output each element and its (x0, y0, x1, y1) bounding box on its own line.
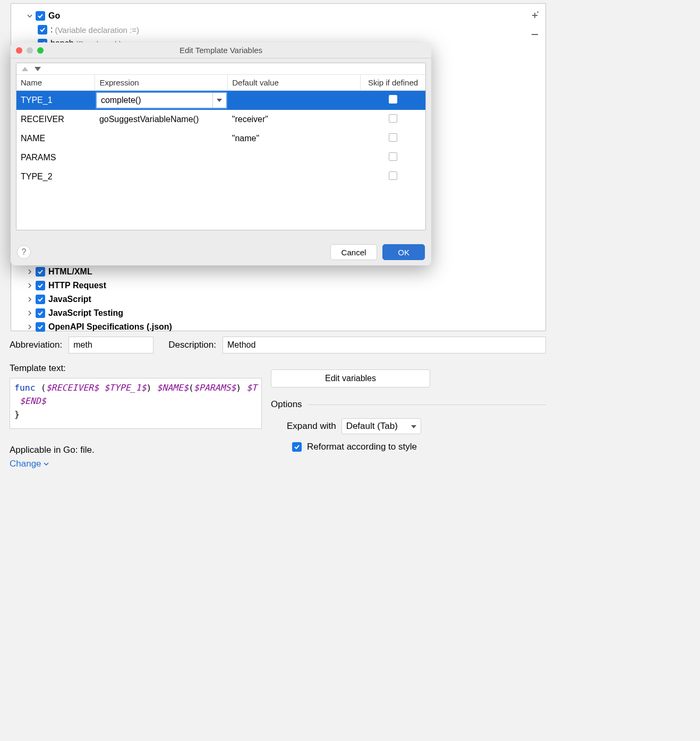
move-up-button[interactable] (22, 67, 28, 71)
options-label: Options (271, 399, 302, 410)
cell-name[interactable]: TYPE_1 (16, 91, 95, 110)
column-header-default[interactable]: Default value (228, 75, 361, 91)
cell-name[interactable]: TYPE_2 (16, 167, 95, 186)
checkbox-checked-icon[interactable] (36, 11, 45, 21)
move-down-button[interactable] (35, 67, 41, 71)
minimize-icon (27, 47, 33, 54)
cell-expression[interactable] (95, 167, 228, 186)
tree-item-vardecl[interactable]: : (Variable declaration :=) (38, 23, 524, 37)
skip-checkbox[interactable] (389, 133, 397, 142)
cell-name[interactable]: NAME (16, 129, 95, 148)
tree-item-code: : (50, 25, 53, 35)
description-input[interactable] (223, 337, 546, 354)
abbreviation-input[interactable] (69, 337, 153, 354)
applicable-label: Applicable in Go: file. (10, 445, 95, 455)
column-header-skip[interactable]: Skip if defined (361, 75, 425, 91)
applicable-context: Applicable in Go: file. Change (10, 445, 95, 469)
column-header-expression[interactable]: Expression (95, 75, 228, 91)
cell-default[interactable]: "name" (228, 129, 361, 148)
ok-button[interactable]: OK (382, 244, 425, 260)
tree-root-label: Go (48, 11, 60, 21)
variables-table: Name Expression Default value Skip if de… (16, 63, 426, 230)
tree-group-label: OpenAPI Specifications (.json) (48, 322, 172, 332)
chevron-down-icon (26, 12, 33, 20)
divider (308, 404, 546, 405)
cell-default[interactable] (228, 167, 361, 186)
description-label: Description: (168, 340, 216, 350)
checkbox-checked-icon[interactable] (36, 281, 45, 290)
chevron-right-icon (26, 282, 33, 289)
table-row[interactable]: TYPE_1complete() (16, 91, 425, 110)
cell-skip[interactable] (361, 167, 425, 186)
side-toolbar (527, 8, 544, 46)
cell-default[interactable] (228, 91, 361, 110)
expand-with-label: Expand with (287, 421, 336, 432)
reformat-label: Reformat according to style (307, 442, 417, 452)
dialog-title: Edit Template Variables (11, 46, 431, 55)
remove-template-button[interactable] (527, 27, 542, 42)
template-text-editor[interactable]: func ($RECEIVER$ $TYPE_1$) $NAME$($PARAM… (10, 378, 262, 429)
tree-group[interactable]: JavaScript (26, 292, 524, 306)
cell-skip[interactable] (361, 91, 425, 110)
tree-root-go[interactable]: Go (26, 9, 524, 23)
cell-expression[interactable] (95, 129, 228, 148)
cell-skip[interactable] (361, 129, 425, 148)
column-header-name[interactable]: Name (16, 75, 95, 91)
tree-item-desc: (Variable declaration :=) (55, 25, 139, 35)
tree-group[interactable]: JavaScript Testing (26, 306, 524, 320)
tree-group[interactable]: HTML/XML (26, 265, 524, 279)
add-template-button[interactable] (527, 8, 542, 23)
checkbox-checked-icon[interactable] (38, 25, 47, 35)
checkbox-checked-icon[interactable] (36, 267, 45, 277)
chevron-right-icon (26, 323, 33, 331)
skip-checkbox[interactable] (389, 171, 397, 180)
tree-group-label: JavaScript Testing (48, 308, 123, 318)
chevron-right-icon (26, 268, 33, 275)
tree-group-label: HTML/XML (48, 267, 92, 277)
tree-group[interactable]: HTTP Request (26, 279, 524, 292)
cell-skip[interactable] (361, 110, 425, 129)
chevron-right-icon (26, 309, 33, 317)
cancel-button[interactable]: Cancel (330, 244, 378, 260)
table-row[interactable]: PARAMS (16, 148, 425, 167)
dialog-titlebar[interactable]: Edit Template Variables (11, 42, 431, 58)
help-button[interactable]: ? (17, 245, 31, 259)
cell-default[interactable]: "receiver" (228, 110, 361, 129)
checkbox-checked-icon[interactable] (36, 322, 45, 332)
skip-checkbox[interactable] (389, 152, 397, 161)
cell-expression[interactable] (95, 148, 228, 167)
chevron-down-icon[interactable] (212, 93, 226, 108)
tree-group-label: HTTP Request (48, 281, 106, 290)
skip-checkbox[interactable] (389, 114, 397, 123)
table-row[interactable]: TYPE_2 (16, 167, 425, 186)
chevron-right-icon (26, 296, 33, 303)
tree-group-label: JavaScript (48, 295, 91, 304)
table-row[interactable]: NAME"name" (16, 129, 425, 148)
edit-template-variables-dialog: Edit Template Variables Name Expression … (11, 42, 431, 265)
edit-variables-button[interactable]: Edit variables (271, 369, 430, 387)
tree-group[interactable]: OpenAPI Specifications (.json) (26, 320, 524, 334)
cell-expression[interactable]: complete() (95, 91, 228, 110)
checkbox-checked-icon[interactable] (36, 308, 45, 318)
close-icon[interactable] (16, 47, 22, 54)
abbreviation-label: Abbreviation: (10, 340, 62, 350)
checkbox-checked-icon[interactable] (36, 295, 45, 304)
table-row[interactable]: RECEIVERgoSuggestVariableName()"receiver… (16, 110, 425, 129)
reformat-checkbox[interactable] (292, 442, 302, 452)
zoom-icon[interactable] (37, 47, 44, 54)
expand-with-select[interactable]: Default (Tab) (342, 418, 421, 434)
cell-skip[interactable] (361, 148, 425, 167)
template-options: Edit variables Options Expand with Defau… (271, 369, 546, 452)
cell-name[interactable]: PARAMS (16, 148, 95, 167)
table-reorder-toolbar (16, 63, 425, 75)
skip-checkbox[interactable] (389, 95, 397, 104)
cell-expression[interactable]: goSuggestVariableName() (95, 110, 228, 129)
cell-default[interactable] (228, 148, 361, 167)
change-context-link[interactable]: Change (10, 459, 95, 469)
expression-combobox[interactable]: complete() (96, 92, 227, 109)
cell-name[interactable]: RECEIVER (16, 110, 95, 129)
